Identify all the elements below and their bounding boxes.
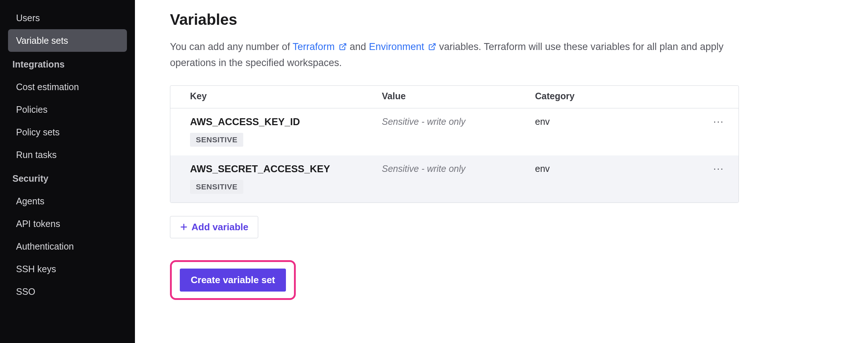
external-link-icon bbox=[339, 40, 347, 55]
variable-key: AWS_ACCESS_KEY_ID bbox=[190, 116, 382, 128]
sidebar-item-policies[interactable]: Policies bbox=[8, 98, 127, 121]
sidebar-heading-integrations: Integrations bbox=[8, 52, 127, 76]
intro-text-pre: You can add any number of bbox=[170, 41, 292, 52]
sidebar-item-run-tasks[interactable]: Run tasks bbox=[8, 143, 127, 166]
sensitive-badge: SENSITIVE bbox=[190, 133, 243, 147]
sidebar-heading-security: Security bbox=[8, 166, 127, 190]
table-header-value: Value bbox=[382, 91, 535, 101]
row-actions-icon[interactable]: ··· bbox=[713, 163, 724, 174]
table-header-category: Category bbox=[535, 91, 688, 101]
sidebar-item-agents[interactable]: Agents bbox=[8, 190, 127, 212]
variable-category: env bbox=[535, 116, 688, 127]
intro-text-mid: and bbox=[350, 41, 369, 52]
svg-line-0 bbox=[342, 44, 346, 47]
table-header-key: Key bbox=[170, 91, 382, 101]
main-content: Variables You can add any number of Terr… bbox=[135, 0, 868, 343]
annotation-highlight: Create variable set bbox=[170, 260, 296, 300]
sidebar-item-api-tokens[interactable]: API tokens bbox=[8, 212, 127, 235]
variable-value: Sensitive - write only bbox=[382, 163, 535, 174]
sidebar-item-variable-sets[interactable]: Variable sets bbox=[8, 29, 127, 52]
table-header-row: Key Value Category bbox=[170, 86, 739, 108]
row-actions-icon[interactable]: ··· bbox=[713, 116, 724, 127]
add-variable-label: Add variable bbox=[191, 221, 248, 233]
sidebar: Users Variable sets Integrations Cost es… bbox=[0, 0, 135, 343]
variable-category: env bbox=[535, 163, 688, 174]
variable-value: Sensitive - write only bbox=[382, 116, 535, 127]
link-environment-label: Environment bbox=[369, 41, 424, 52]
sidebar-item-users[interactable]: Users bbox=[8, 7, 127, 29]
sidebar-item-cost-estimation[interactable]: Cost estimation bbox=[8, 76, 127, 98]
add-variable-button[interactable]: Add variable bbox=[170, 216, 258, 238]
variable-key: AWS_SECRET_ACCESS_KEY bbox=[190, 163, 382, 175]
plus-icon bbox=[180, 223, 188, 231]
table-row: AWS_SECRET_ACCESS_KEY SENSITIVE Sensitiv… bbox=[170, 155, 739, 203]
sidebar-item-policy-sets[interactable]: Policy sets bbox=[8, 121, 127, 143]
sensitive-badge: SENSITIVE bbox=[190, 180, 243, 194]
sidebar-item-authentication[interactable]: Authentication bbox=[8, 235, 127, 258]
link-environment[interactable]: Environment bbox=[369, 41, 439, 52]
link-terraform[interactable]: Terraform bbox=[292, 41, 350, 52]
variables-table: Key Value Category AWS_ACCESS_KEY_ID SEN… bbox=[170, 85, 739, 203]
external-link-icon bbox=[428, 40, 436, 55]
sidebar-item-sso[interactable]: SSO bbox=[8, 280, 127, 303]
svg-line-1 bbox=[432, 44, 435, 47]
link-terraform-label: Terraform bbox=[292, 41, 335, 52]
create-variable-set-button[interactable]: Create variable set bbox=[180, 269, 286, 292]
table-row: AWS_ACCESS_KEY_ID SENSITIVE Sensitive - … bbox=[170, 108, 739, 155]
sidebar-item-ssh-keys[interactable]: SSH keys bbox=[8, 258, 127, 280]
page-title: Variables bbox=[170, 11, 835, 28]
intro-text: You can add any number of Terraform and … bbox=[170, 39, 728, 71]
